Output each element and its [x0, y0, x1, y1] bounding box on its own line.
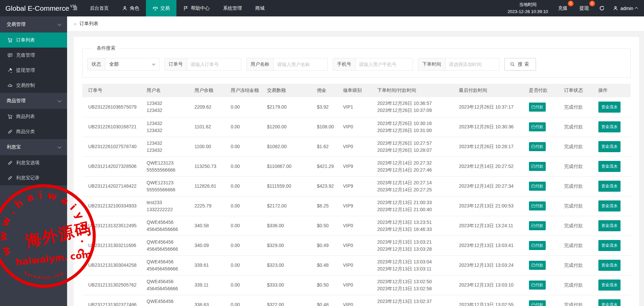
sidebar-item-label: 提现管理 — [16, 67, 35, 73]
order-time-input[interactable] — [445, 58, 499, 70]
fund-flow-button[interactable]: 资金流水 — [598, 280, 621, 291]
cell-username: QWE456456456456456666 — [147, 216, 195, 236]
nav-item-mall[interactable]: 商城 — [249, 0, 271, 16]
cell-commission: $0.48 — [317, 255, 343, 275]
status-select[interactable]: 全部 — [105, 58, 159, 70]
cell-balance: 1101.62 — [195, 117, 231, 137]
cell-paid: 已付款 — [529, 216, 564, 236]
cell-order-pay-time: 2023年12月26日 10:30:162023年12月26日 10:31:00 — [377, 117, 459, 137]
cell-line: 2023年12月13日 13:02:58 — [377, 285, 457, 292]
cell-last-pay-time: 2023年12月13日 13:02:55 — [459, 295, 529, 306]
cell-line: 2023年12月13日 13:02:50 — [377, 278, 457, 285]
cell-line: QWE456456 — [147, 258, 192, 265]
sidebar-group-trade-mgmt[interactable]: 交易管理 — [0, 16, 67, 33]
cell-frozen-amount: 0.00 — [231, 196, 267, 216]
withdraw-nav-button[interactable]: 提现 0 — [578, 5, 591, 11]
cell-line: 2023年12月13日 21:00:33 — [377, 199, 457, 206]
fund-flow-button[interactable]: 资金流水 — [598, 141, 621, 152]
nav-item-system[interactable]: 系统管理 — [216, 0, 249, 16]
sidebar-item-interest-records[interactable]: 利息宝记录 — [0, 170, 67, 185]
table-row: UB23122610275787401234321234321100.000.0… — [82, 137, 631, 157]
app-version: V16 — [70, 4, 76, 8]
fund-flow-button[interactable]: 资金流水 — [598, 240, 621, 251]
table-row: UB2312131302505762QWE4564564564564566663… — [82, 275, 631, 295]
paid-status-badge: 已付款 — [529, 103, 546, 112]
recharge-nav-button[interactable]: 充值 0 — [556, 5, 570, 11]
app-logo: Global E-Commerce V16 — [0, 0, 67, 16]
column-header: 订单号 — [82, 84, 147, 97]
fund-flow-button[interactable]: 资金流水 — [598, 121, 621, 132]
column-header: 是否付款 — [529, 84, 564, 97]
paid-status-badge: 已付款 — [529, 241, 546, 250]
fund-flow-button[interactable]: 资金流水 — [598, 181, 621, 192]
sidebar-item-label: 商品分类 — [16, 129, 35, 135]
fund-flow-button[interactable]: 资金流水 — [598, 102, 621, 113]
cell-order-no: UB2312131302377486 — [82, 295, 147, 306]
cell-level: VIP0 — [343, 216, 377, 236]
sidebar-item-withdraw-mgmt[interactable]: 提现管理 — [0, 63, 67, 78]
fund-flow-button[interactable]: 资金流水 — [598, 161, 621, 172]
cell-order-no: UB2312131323512495 — [82, 216, 147, 236]
cell-trade-amount: $322.00 — [267, 295, 317, 306]
paid-status-badge: 已付款 — [529, 281, 546, 290]
sidebar-item-label: 订单列表 — [16, 37, 35, 43]
phone-input[interactable] — [356, 58, 413, 70]
nav-item-help[interactable]: 帮助中心 — [176, 0, 216, 16]
cell-frozen-amount: 0.00 — [231, 97, 267, 117]
username-input[interactable] — [274, 58, 327, 70]
sidebar-group-interest[interactable]: 利息宝 — [0, 139, 67, 155]
cell-order-status: 完成付款 — [564, 157, 598, 176]
search-button-label: 搜索 — [518, 61, 531, 67]
search-button[interactable]: 搜索 — [504, 58, 536, 71]
nav-item-label: 交易 — [160, 5, 170, 11]
status-select-value: 全部 — [109, 61, 119, 67]
table-row: UB2312142027148422QWE1231235555556666611… — [82, 176, 631, 196]
fund-flow-button[interactable]: 资金流水 — [598, 220, 621, 231]
link-icon — [7, 129, 13, 134]
cell-level: VIP9 — [343, 196, 377, 216]
cell-commission: $3.92 — [317, 97, 343, 117]
cell-commission: $423.92 — [317, 176, 343, 196]
withdraw-label: 提现 — [580, 5, 589, 11]
app-logo-text: Global E-Commerce — [5, 4, 69, 12]
sidebar-group-label: 商品管理 — [7, 98, 25, 104]
refresh-button[interactable] — [599, 5, 605, 11]
sidebar-item-order-list[interactable]: 订单列表 — [0, 33, 67, 48]
sidebar-group-goods-mgmt[interactable]: 商品管理 — [0, 93, 67, 109]
cell-commission: $0.49 — [317, 236, 343, 255]
sidebar-item-recharge-mgmt[interactable]: 充值管理 — [0, 48, 67, 63]
cell-line: 2023年12月26日 10:31:00 — [377, 127, 457, 134]
table-header-row: 订单号用户名用户余额用户冻结金额交易数额佣金做单级别下单时间/付款时间最后付款时… — [82, 84, 631, 97]
fund-flow-button[interactable]: 资金流水 — [598, 299, 621, 306]
fund-flow-button[interactable]: 资金流水 — [598, 200, 621, 211]
cell-order-no: UB2312132100334933 — [82, 196, 147, 216]
fund-flow-button[interactable]: 资金流水 — [598, 260, 621, 271]
cell-last-pay-time: 2023年12月26日 10:30:36 — [459, 117, 529, 137]
column-header: 用户名 — [147, 84, 195, 97]
cell-line: 123432 — [147, 107, 192, 114]
cell-level: VIP0 — [343, 295, 377, 306]
cell-level: VIP1 — [343, 97, 377, 117]
nav-item-dashboard[interactable]: 后台首页 — [83, 0, 115, 16]
paid-status-badge: 已付款 — [529, 221, 546, 230]
order-no-input[interactable] — [187, 58, 241, 70]
cell-line: 2023年12月26日 10:28:07 — [377, 147, 457, 154]
nav-item-roles[interactable]: 角色 — [115, 0, 146, 16]
nav-item-trade[interactable]: 交易 — [146, 0, 176, 16]
caret-down-icon — [152, 64, 156, 66]
cell-order-no: UB2312131303211606 — [82, 236, 147, 255]
cell-last-pay-time: 2023年12月13日 13:03:41 — [459, 236, 529, 255]
sidebar-item-interest-options[interactable]: 利息宝选项 — [0, 155, 67, 170]
paid-status-badge: 已付款 — [529, 300, 546, 306]
admin-menu[interactable]: admin — [613, 6, 638, 11]
sidebar-item-trade-control[interactable]: 交易控制 — [0, 78, 67, 93]
sidebar-item-goods-list[interactable]: 商品列表 — [0, 109, 67, 124]
filter-row: 状态 全部 订单号 用户名称 手机号 — [87, 58, 626, 71]
recharge-label: 充值 — [558, 5, 568, 11]
cell-order-status: 完成付款 — [564, 275, 598, 295]
cell-trade-amount: $1200.00 — [267, 117, 317, 137]
local-time-label: 当地时间 — [507, 1, 548, 8]
paid-status-badge: 已付款 — [529, 142, 546, 151]
sidebar-toggle-button[interactable] — [67, 0, 83, 16]
sidebar-item-goods-category[interactable]: 商品分类 — [0, 124, 67, 139]
